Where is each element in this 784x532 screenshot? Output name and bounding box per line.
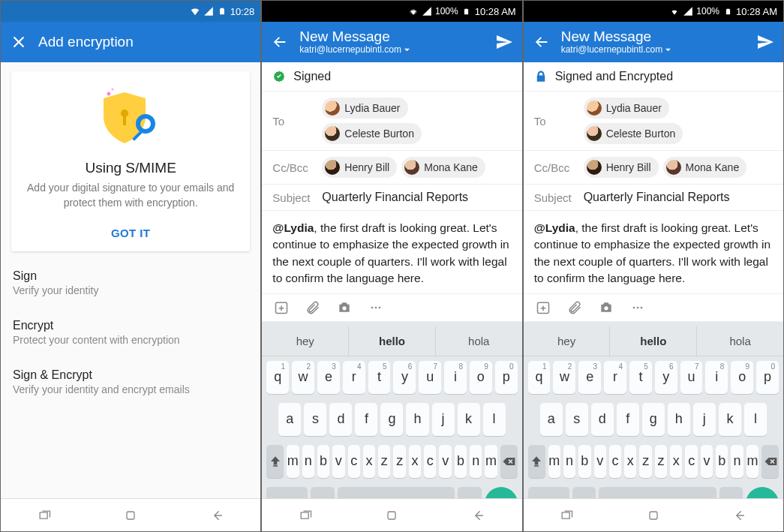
- got-it-button[interactable]: GOT IT: [25, 219, 236, 241]
- key-v[interactable]: v: [701, 445, 713, 478]
- key-l[interactable]: l: [744, 403, 767, 436]
- key-b[interactable]: b: [716, 445, 728, 478]
- key-e[interactable]: e3: [578, 361, 601, 394]
- key-f[interactable]: f: [617, 403, 639, 436]
- suggestion[interactable]: hello: [349, 326, 436, 356]
- message-body[interactable]: @Lydia, the first draft is looking great…: [524, 211, 783, 294]
- spacebar-key[interactable]: [599, 487, 716, 498]
- shift-key[interactable]: [528, 445, 545, 478]
- spacebar-key[interactable]: [338, 487, 455, 498]
- recipient-chip[interactable]: Celeste Burton: [322, 123, 422, 144]
- send-button[interactable]: [756, 33, 774, 51]
- key-s[interactable]: s: [304, 403, 326, 436]
- key-b[interactable]: b: [578, 445, 590, 478]
- back-icon[interactable]: [210, 508, 225, 523]
- key-a[interactable]: a: [540, 403, 563, 436]
- key-e[interactable]: e3: [317, 361, 340, 394]
- key-h[interactable]: h: [406, 403, 428, 436]
- key-w[interactable]: w2: [553, 361, 575, 394]
- key-x[interactable]: x: [363, 445, 375, 478]
- recipient-chip[interactable]: Mona Kane: [401, 157, 485, 178]
- recipient-chip[interactable]: Lydia Bauer: [584, 98, 669, 119]
- key-z[interactable]: z: [639, 445, 651, 478]
- key-x[interactable]: x: [409, 445, 421, 478]
- key-s[interactable]: s: [566, 403, 588, 436]
- key-n[interactable]: n: [563, 445, 575, 478]
- recipient-chip[interactable]: Lydia Bauer: [322, 98, 407, 119]
- symbols-key[interactable]: ?123: [266, 487, 308, 498]
- to-row[interactable]: To Lydia Bauer Celeste Burton: [524, 92, 783, 151]
- period-key[interactable]: .: [719, 487, 743, 498]
- backspace-key[interactable]: [500, 445, 518, 478]
- option-sign-encrypt[interactable]: Sign & Encrypt Verify your identity and …: [11, 358, 250, 407]
- key-t[interactable]: t5: [629, 361, 652, 394]
- key-z[interactable]: z: [393, 445, 405, 478]
- key-c[interactable]: c: [609, 445, 621, 478]
- back-arrow-icon[interactable]: [533, 33, 551, 51]
- key-d[interactable]: d: [329, 403, 352, 436]
- recents-icon[interactable]: [37, 508, 52, 523]
- from-account-dropdown[interactable]: katri@lucernepubintl.com: [561, 45, 672, 56]
- key-x[interactable]: x: [670, 445, 682, 478]
- key-y[interactable]: y6: [393, 361, 416, 394]
- calendar-add-icon[interactable]: [274, 300, 289, 315]
- key-b[interactable]: b: [317, 445, 329, 478]
- symbols-key[interactable]: ?123: [528, 487, 569, 498]
- key-d[interactable]: d: [591, 403, 614, 436]
- backspace-key[interactable]: [761, 445, 779, 478]
- comma-key[interactable]: ,: [311, 487, 334, 498]
- key-a[interactable]: a: [278, 403, 301, 436]
- key-v[interactable]: v: [439, 445, 451, 478]
- home-icon[interactable]: [123, 508, 138, 523]
- key-r[interactable]: r4: [604, 361, 626, 394]
- key-n[interactable]: n: [731, 445, 743, 478]
- cc-row[interactable]: Cc/Bcc Henry Bill Mona Kane: [262, 151, 521, 185]
- key-b[interactable]: b: [455, 445, 467, 478]
- message-body[interactable]: @Lydia, the first draft is looking great…: [262, 211, 521, 294]
- key-j[interactable]: j: [693, 403, 716, 436]
- key-c[interactable]: c: [348, 445, 360, 478]
- to-row[interactable]: To Lydia Bauer Celeste Burton: [262, 92, 521, 151]
- key-x[interactable]: x: [624, 445, 636, 478]
- enter-key[interactable]: [746, 487, 779, 498]
- comma-key[interactable]: ,: [572, 487, 596, 498]
- key-u[interactable]: u7: [419, 361, 441, 394]
- key-w[interactable]: w2: [292, 361, 314, 394]
- enter-key[interactable]: [485, 487, 518, 498]
- period-key[interactable]: .: [458, 487, 481, 498]
- key-h[interactable]: h: [668, 403, 690, 436]
- key-k[interactable]: k: [458, 403, 480, 436]
- recents-icon[interactable]: [559, 508, 574, 523]
- recents-icon[interactable]: [298, 508, 313, 523]
- option-sign[interactable]: Sign Verify your identity: [11, 259, 250, 308]
- suggestion[interactable]: hola: [436, 326, 522, 356]
- shift-key[interactable]: [266, 445, 284, 478]
- key-p[interactable]: p0: [495, 361, 518, 394]
- recipient-chip[interactable]: Celeste Burton: [584, 123, 683, 144]
- suggestion[interactable]: hello: [610, 326, 697, 356]
- key-j[interactable]: j: [432, 403, 455, 436]
- camera-icon[interactable]: [337, 300, 352, 315]
- suggestion[interactable]: hey: [262, 326, 349, 356]
- close-icon[interactable]: [10, 33, 28, 51]
- more-icon[interactable]: [630, 300, 645, 315]
- option-encrypt[interactable]: Encrypt Protect your content with encryp…: [11, 308, 250, 358]
- key-c[interactable]: c: [685, 445, 697, 478]
- key-f[interactable]: f: [355, 403, 377, 436]
- key-q[interactable]: q1: [528, 361, 551, 394]
- more-icon[interactable]: [368, 300, 383, 315]
- key-y[interactable]: y6: [655, 361, 677, 394]
- key-q[interactable]: q1: [266, 361, 289, 394]
- key-t[interactable]: t5: [368, 361, 391, 394]
- key-z[interactable]: z: [655, 445, 667, 478]
- key-m[interactable]: m: [287, 445, 299, 478]
- key-m[interactable]: m: [746, 445, 758, 478]
- key-o[interactable]: o9: [470, 361, 492, 394]
- key-g[interactable]: g: [642, 403, 665, 436]
- back-icon[interactable]: [471, 508, 486, 523]
- back-icon[interactable]: [732, 508, 747, 523]
- subject-row[interactable]: Subject Quarterly Financial Reports: [262, 185, 521, 211]
- camera-icon[interactable]: [599, 300, 614, 315]
- suggestion[interactable]: hey: [524, 326, 611, 356]
- key-m[interactable]: m: [485, 445, 497, 478]
